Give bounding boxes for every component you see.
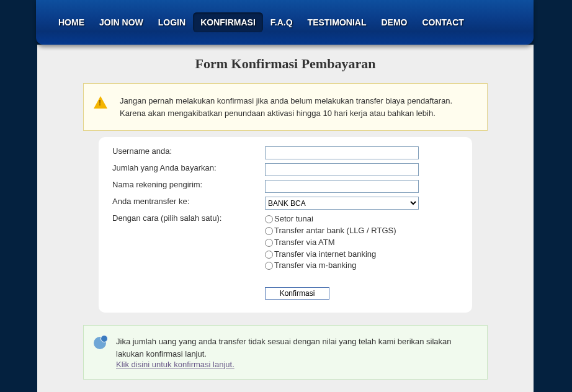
username-input[interactable]: [265, 146, 419, 159]
label-transfer-to: Anda mentransfer ke:: [112, 195, 265, 212]
bank-select[interactable]: BANK BCA: [265, 197, 419, 210]
nav-item-konfirmasi[interactable]: KONFIRMASI: [193, 12, 263, 32]
label-amount: Jumlah yang Anda bayarkan:: [112, 161, 265, 178]
warning-box: Jangan pernah melakukan konfirmasi jika …: [83, 83, 488, 131]
submit-button[interactable]: Konfirmasi: [265, 287, 329, 300]
account-name-input[interactable]: [265, 180, 419, 193]
method-radio-0[interactable]: [265, 215, 273, 223]
nav-item-f-a-q[interactable]: F.A.Q: [263, 12, 300, 32]
label-account-name: Nama rekening pengirim:: [112, 178, 265, 195]
method-radio-group: Setor tunaiTransfer antar bank (LLG / RT…: [265, 212, 458, 274]
method-option-3[interactable]: Transfer via internet banking: [265, 249, 458, 261]
nav-item-testimonial[interactable]: TESTIMONIAL: [300, 12, 374, 32]
label-method: Dengan cara (pilih salah satu):: [112, 212, 265, 274]
method-option-1[interactable]: Transfer antar bank (LLG / RTGS): [265, 225, 458, 237]
info-box: Jika jumlah uang yang anda transfer tida…: [83, 325, 488, 380]
warning-text: Jangan pernah melakukan konfirmasi jika …: [120, 95, 477, 119]
method-option-2[interactable]: Transfer via ATM: [265, 237, 458, 249]
nav-item-join-now[interactable]: JOIN NOW: [92, 12, 151, 32]
method-radio-4[interactable]: [265, 262, 273, 270]
method-radio-1[interactable]: [265, 227, 273, 235]
label-username: Username anda:: [112, 145, 265, 161]
nav-item-demo[interactable]: DEMO: [373, 12, 414, 32]
info-link[interactable]: Klik disini untuk konfirmasi lanjut.: [116, 360, 235, 369]
amount-input[interactable]: [265, 163, 419, 176]
page-body: Form Konfirmasi Pembayaran Jangan pernah…: [37, 45, 534, 392]
method-radio-2[interactable]: [265, 239, 273, 247]
warning-icon: [94, 95, 110, 119]
info-icon: [94, 336, 106, 369]
nav-list: HOMEJOIN NOWLOGINKONFIRMASIF.A.QTESTIMON…: [51, 12, 471, 32]
confirmation-form: Username anda: Jumlah yang Anda bayarkan…: [99, 137, 472, 313]
info-text: Jika jumlah uang yang anda transfer tida…: [116, 336, 477, 360]
method-option-0[interactable]: Setor tunai: [265, 213, 458, 225]
method-radio-3[interactable]: [265, 251, 273, 259]
nav-item-contact[interactable]: CONTACT: [414, 12, 471, 32]
page-title: Form Konfirmasi Pembayaran: [37, 56, 534, 72]
top-nav: HOMEJOIN NOWLOGINKONFIRMASIF.A.QTESTIMON…: [36, 0, 534, 45]
nav-item-home[interactable]: HOME: [51, 12, 92, 32]
nav-item-login[interactable]: LOGIN: [151, 12, 193, 32]
method-option-4[interactable]: Transfer via m-banking: [265, 260, 458, 272]
